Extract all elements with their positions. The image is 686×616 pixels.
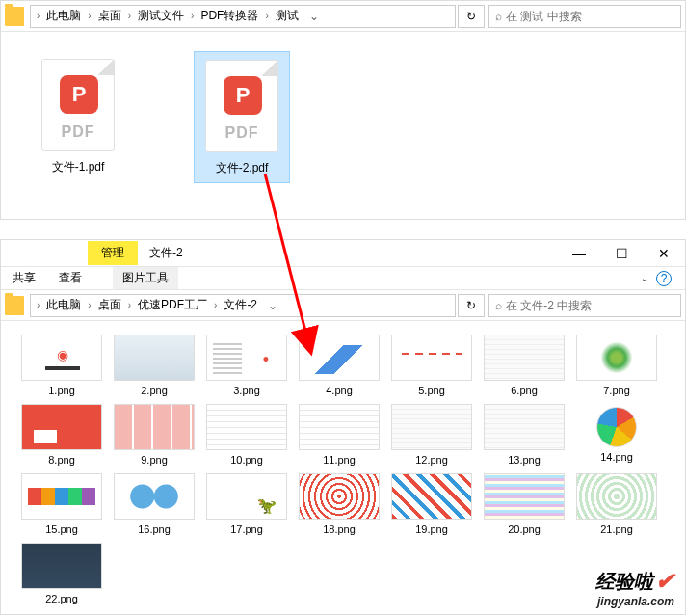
expand-ribbon-icon[interactable]: ⌄ xyxy=(641,273,648,283)
thumbnail-image xyxy=(299,335,380,381)
thumbnail-image xyxy=(391,473,472,520)
ribbon-tabs: 共享 查看 图片工具 ⌄ ? xyxy=(1,267,685,290)
tab-manage[interactable]: 管理 xyxy=(88,241,138,265)
thumbnail-label: 3.png xyxy=(203,385,290,396)
pdf-label: PDF xyxy=(206,124,277,142)
thumbnail-label: 22.png xyxy=(18,593,105,604)
thumbnail-image xyxy=(576,335,657,381)
help-icon[interactable]: ? xyxy=(656,271,672,286)
search-box-top[interactable]: ⌕ xyxy=(488,5,681,28)
file-item-1[interactable]: P PDF 文件-1.pdf xyxy=(30,51,126,183)
thumbnail-label: 7.png xyxy=(573,385,660,396)
thumb-item[interactable]: 21.png xyxy=(573,473,660,535)
search-input[interactable] xyxy=(506,299,674,312)
chevron-icon: › xyxy=(126,300,133,310)
crumb-test-files[interactable]: 测试文件 xyxy=(133,8,189,24)
thumb-item[interactable]: 11.png xyxy=(296,404,383,466)
thumbnail-image xyxy=(114,335,195,381)
thumbnail-label: 19.png xyxy=(388,523,475,535)
thumb-item[interactable]: 14.png xyxy=(573,404,660,466)
thumb-item[interactable]: 9.png xyxy=(111,404,198,466)
tab-pic-tools[interactable]: 图片工具 xyxy=(113,267,178,289)
thumbnail-label: 6.png xyxy=(481,385,567,396)
window-controls: — ☐ ✕ xyxy=(558,240,685,267)
chevron-icon: › xyxy=(35,300,41,310)
thumb-item[interactable]: 10.png xyxy=(203,404,290,466)
thumbnail-label: 13.png xyxy=(481,454,567,466)
thumb-item[interactable]: 1.png xyxy=(18,335,105,396)
thumb-item[interactable]: 3.png xyxy=(203,335,290,396)
thumbnail-image xyxy=(299,404,380,450)
thumb-item[interactable]: 8.png xyxy=(18,404,105,466)
chevron-icon: › xyxy=(86,300,92,310)
crumb-test[interactable]: 测试 xyxy=(271,8,303,24)
chevron-icon: › xyxy=(263,11,270,21)
thumbnail-image xyxy=(484,473,565,520)
search-box-bottom[interactable]: ⌕ xyxy=(488,294,681,317)
tab-view[interactable]: 查看 xyxy=(47,270,93,286)
pdf-icon: P PDF xyxy=(205,60,278,152)
file-item-2[interactable]: P PDF 文件-2.pdf xyxy=(194,51,290,183)
close-button[interactable]: ✕ xyxy=(643,240,685,267)
search-input[interactable] xyxy=(506,10,674,23)
chevron-icon: › xyxy=(126,11,133,21)
folder-icon xyxy=(5,296,24,315)
thumbnail-image xyxy=(391,335,472,381)
crumb-desktop[interactable]: 桌面 xyxy=(93,297,126,313)
thumbnail-label: 5.png xyxy=(388,385,475,396)
pdf-label: PDF xyxy=(42,123,114,141)
crumb-file2[interactable]: 文件-2 xyxy=(219,297,262,313)
explorer-window-top: › 此电脑 › 桌面 › 测试文件 › PDF转换器 › 测试 ⌄ ↻ ⌕ P … xyxy=(0,0,686,220)
crumb-pc[interactable]: 此电脑 xyxy=(41,297,86,313)
crumb-desktop[interactable]: 桌面 xyxy=(93,8,126,24)
explorer-window-bottom: 管理 文件-2 — ☐ ✕ 共享 查看 图片工具 ⌄ ? › 此电脑 › 桌面 … xyxy=(0,239,686,615)
thumb-item[interactable]: 16.png xyxy=(111,473,198,535)
crumb-converter[interactable]: PDF转换器 xyxy=(196,8,263,24)
thumbnail-image xyxy=(21,335,102,381)
thumb-item[interactable]: 22.png xyxy=(18,543,105,604)
file-name: 文件-2.pdf xyxy=(195,160,289,182)
thumbnail-label: 11.png xyxy=(296,454,383,466)
thumb-item[interactable]: 6.png xyxy=(481,335,567,396)
thumbnail-label: 2.png xyxy=(111,385,198,396)
thumbnail-image xyxy=(206,473,287,520)
thumb-item[interactable]: 19.png xyxy=(388,473,475,535)
thumbnail-image xyxy=(114,473,195,520)
thumbnail-label: 12.png xyxy=(388,454,475,466)
thumb-item[interactable]: 4.png xyxy=(296,335,383,396)
thumb-item[interactable]: 13.png xyxy=(481,404,567,466)
breadcrumb-bottom[interactable]: › 此电脑 › 桌面 › 优速PDF工厂 › 文件-2 ⌄ xyxy=(30,294,456,317)
thumbnail-label: 8.png xyxy=(18,454,105,466)
dropdown-icon[interactable]: ⌄ xyxy=(262,299,283,312)
chevron-icon: › xyxy=(189,11,196,21)
crumb-factory[interactable]: 优速PDF工厂 xyxy=(133,297,212,313)
thumbnail-image xyxy=(21,543,102,589)
minimize-button[interactable]: — xyxy=(558,240,600,267)
thumb-item[interactable]: 18.png xyxy=(296,473,383,535)
pdf-icon: P PDF xyxy=(41,59,115,151)
thumb-item[interactable]: 12.png xyxy=(388,404,475,466)
search-icon: ⌕ xyxy=(495,299,502,312)
refresh-button[interactable]: ↻ xyxy=(458,294,485,317)
thumbnail-label: 20.png xyxy=(481,523,567,535)
thumb-item[interactable]: 7.png xyxy=(573,335,660,396)
folder-icon xyxy=(5,7,24,26)
breadcrumb-top[interactable]: › 此电脑 › 桌面 › 测试文件 › PDF转换器 › 测试 ⌄ xyxy=(30,5,456,28)
thumbnail-image xyxy=(596,407,637,447)
thumb-item[interactable]: 5.png xyxy=(388,335,475,396)
refresh-button[interactable]: ↻ xyxy=(458,5,485,28)
check-icon: ✔ xyxy=(655,568,674,595)
tab-share[interactable]: 共享 xyxy=(1,270,47,286)
crumb-pc[interactable]: 此电脑 xyxy=(41,8,86,24)
thumb-item[interactable]: 15.png xyxy=(18,473,105,535)
thumbnail-label: 16.png xyxy=(111,523,198,535)
dropdown-icon[interactable]: ⌄ xyxy=(303,10,325,23)
thumbnail-image xyxy=(299,473,380,520)
thumb-item[interactable]: 20.png xyxy=(481,473,567,535)
thumbnail-image xyxy=(21,404,102,450)
maximize-button[interactable]: ☐ xyxy=(600,240,643,267)
thumbnail-image xyxy=(206,404,287,450)
thumbnail-label: 14.png xyxy=(573,451,660,463)
thumb-item[interactable]: 2.png xyxy=(111,335,198,396)
thumb-item[interactable]: 17.png xyxy=(203,473,290,535)
